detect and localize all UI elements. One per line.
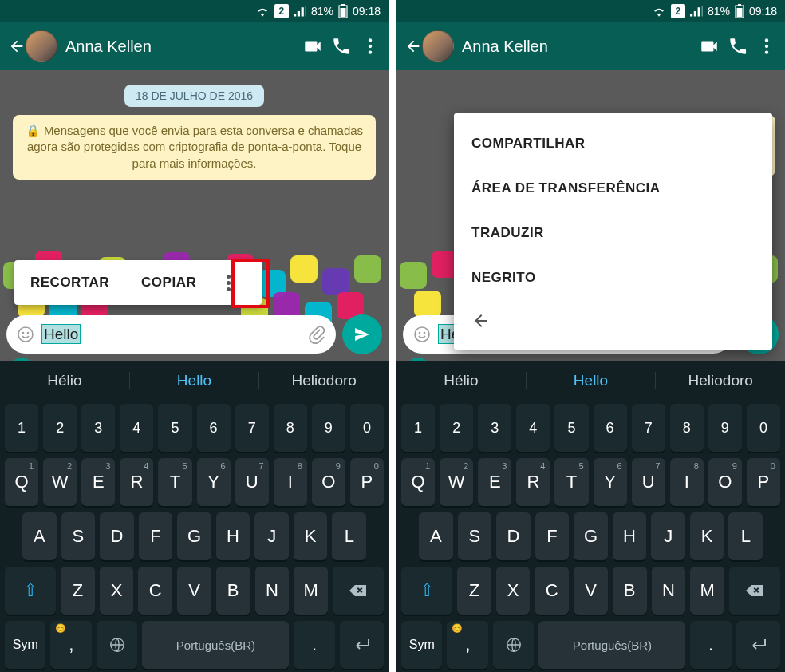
attach-icon[interactable] <box>307 325 326 344</box>
emoji-icon[interactable] <box>412 325 432 344</box>
sym-key[interactable]: Sym <box>5 621 45 669</box>
key-0[interactable]: 0 <box>747 404 780 452</box>
key-i[interactable]: 8I <box>670 458 704 506</box>
key-t[interactable]: 5T <box>554 458 588 506</box>
key-p[interactable]: 0P <box>747 458 780 506</box>
backspace-key[interactable] <box>729 567 780 615</box>
key-j[interactable]: J <box>651 512 685 560</box>
more-vert-icon[interactable] <box>756 36 777 57</box>
suggestion-1[interactable]: Hélio <box>0 372 130 389</box>
enter-key[interactable] <box>736 621 780 669</box>
key-u[interactable]: 7U <box>632 458 665 506</box>
key-i[interactable]: 8I <box>274 458 307 506</box>
key-w[interactable]: 2W <box>43 458 77 506</box>
key-p[interactable]: 0P <box>350 458 384 506</box>
enter-key[interactable] <box>340 621 384 669</box>
back-button[interactable] <box>404 30 454 62</box>
key-e[interactable]: 3E <box>478 458 511 506</box>
key-s[interactable]: S <box>458 512 492 560</box>
encryption-notice[interactable]: 🔒Mensagens que você envia para esta conv… <box>13 115 376 180</box>
key-m[interactable]: M <box>294 567 328 615</box>
key-x[interactable]: X <box>496 567 531 615</box>
key-9[interactable]: 9 <box>708 404 742 452</box>
emoji-icon[interactable] <box>16 325 35 344</box>
key-g[interactable]: G <box>177 512 211 560</box>
key-d[interactable]: D <box>100 512 134 560</box>
key-8[interactable]: 8 <box>670 404 704 452</box>
key-5[interactable]: 5 <box>554 404 588 452</box>
lang-key[interactable] <box>493 621 534 669</box>
key-u[interactable]: 7U <box>235 458 269 506</box>
shift-key[interactable]: ⇧ <box>5 567 56 615</box>
phone-icon[interactable] <box>331 36 352 57</box>
key-f[interactable]: F <box>535 512 570 560</box>
suggestion-1[interactable]: Hélio <box>396 372 527 389</box>
videocall-icon[interactable] <box>699 36 720 57</box>
avatar[interactable] <box>26 30 57 62</box>
key-y[interactable]: 6Y <box>197 458 231 506</box>
key-o[interactable]: 9O <box>708 458 742 506</box>
key-r[interactable]: 4R <box>516 458 550 506</box>
copy-option[interactable]: COPIAR <box>125 275 212 291</box>
period-key[interactable]: . <box>294 621 334 669</box>
menu-translate[interactable]: TRADUZIR <box>454 211 772 255</box>
key-d[interactable]: D <box>496 512 531 560</box>
key-h[interactable]: H <box>613 512 647 560</box>
key-k[interactable]: K <box>294 512 328 560</box>
suggestion-2[interactable]: Hello <box>527 372 657 389</box>
key-v[interactable]: V <box>574 567 608 615</box>
menu-back[interactable] <box>454 300 772 342</box>
menu-clipboard[interactable]: ÁREA DE TRANSFERÊNCIA <box>454 166 772 211</box>
key-n[interactable]: N <box>652 567 686 615</box>
key-e[interactable]: 3E <box>81 458 115 506</box>
menu-share[interactable]: COMPARTILHAR <box>454 121 772 166</box>
contact-name[interactable]: Anna Kellen <box>65 38 294 56</box>
key-l[interactable]: L <box>728 512 763 560</box>
suggestion-3[interactable]: Heliodoro <box>259 372 389 389</box>
key-5[interactable]: 5 <box>158 404 191 452</box>
key-n[interactable]: N <box>255 567 290 615</box>
lang-key[interactable] <box>97 621 137 669</box>
key-v[interactable]: V <box>177 567 211 615</box>
message-field[interactable]: Hello <box>6 315 336 354</box>
key-y[interactable]: 6Y <box>594 458 627 506</box>
key-b[interactable]: B <box>216 567 250 615</box>
menu-bold[interactable]: NEGRITO <box>454 255 772 300</box>
period-key[interactable]: . <box>690 621 731 669</box>
avatar[interactable] <box>422 30 454 62</box>
space-key[interactable]: Português(BR) <box>538 621 685 669</box>
key-j[interactable]: J <box>254 512 289 560</box>
key-t[interactable]: 5T <box>158 458 191 506</box>
key-q[interactable]: 1Q <box>5 458 38 506</box>
key-m[interactable]: M <box>690 567 724 615</box>
key-g[interactable]: G <box>574 512 608 560</box>
phone-icon[interactable] <box>728 36 748 57</box>
key-6[interactable]: 6 <box>594 404 627 452</box>
key-7[interactable]: 7 <box>235 404 269 452</box>
key-a[interactable]: A <box>419 512 453 560</box>
send-button[interactable] <box>342 314 382 354</box>
videocall-icon[interactable] <box>302 36 323 57</box>
key-x[interactable]: X <box>100 567 134 615</box>
suggestion-3[interactable]: Heliodoro <box>656 372 785 389</box>
key-3[interactable]: 3 <box>81 404 115 452</box>
backspace-key[interactable] <box>333 567 384 615</box>
key-h[interactable]: H <box>216 512 250 560</box>
key-0[interactable]: 0 <box>350 404 384 452</box>
shift-key[interactable]: ⇧ <box>401 567 452 615</box>
comma-key[interactable]: ,😊 <box>50 621 91 669</box>
key-1[interactable]: 1 <box>401 404 435 452</box>
key-z[interactable]: Z <box>457 567 491 615</box>
key-k[interactable]: K <box>690 512 724 560</box>
cut-option[interactable]: RECORTAR <box>14 275 125 291</box>
key-z[interactable]: Z <box>61 567 95 615</box>
key-b[interactable]: B <box>613 567 647 615</box>
back-button[interactable] <box>8 30 57 62</box>
key-2[interactable]: 2 <box>440 404 473 452</box>
key-a[interactable]: A <box>22 512 57 560</box>
suggestion-2[interactable]: Hello <box>130 372 260 389</box>
key-8[interactable]: 8 <box>274 404 307 452</box>
key-o[interactable]: 9O <box>312 458 345 506</box>
key-w[interactable]: 2W <box>440 458 473 506</box>
key-3[interactable]: 3 <box>478 404 511 452</box>
